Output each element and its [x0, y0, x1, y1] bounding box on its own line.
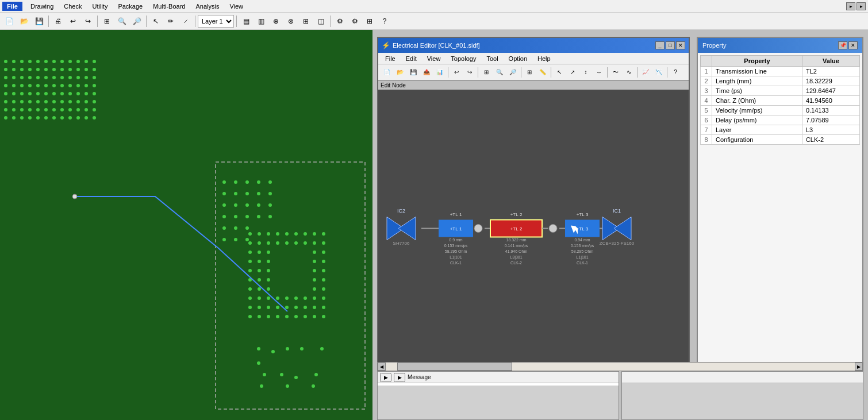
e-tb-zoom-out[interactable]: 🔎 — [506, 66, 519, 79]
prop-row-num: 3 — [701, 86, 712, 96]
prop-row-name: Layer — [712, 125, 802, 135]
tb-more2[interactable]: ▥ — [254, 14, 268, 28]
e-tb-chart[interactable]: 📊 — [433, 66, 446, 79]
app-logo: File — [2, 2, 22, 11]
scroll-thumb[interactable] — [397, 363, 512, 371]
e-tb-select1[interactable]: ↖ — [553, 66, 566, 79]
menu-multiboard[interactable]: Multi-Board — [148, 2, 190, 11]
elec-menu-tool[interactable]: Tool — [482, 54, 502, 63]
e-tb-plot[interactable]: 📈 — [639, 66, 652, 79]
e-tb-zoom-area[interactable]: ⊞ — [480, 66, 493, 79]
pcb-canvas[interactable] — [0, 30, 372, 420]
tb-save[interactable]: 💾 — [32, 14, 46, 28]
elec-menu-option[interactable]: Option — [504, 54, 532, 63]
tb-select[interactable]: ↖ — [149, 14, 163, 28]
tb-undo[interactable]: ↩ — [66, 14, 80, 28]
tb-more5[interactable]: ⊞ — [299, 14, 313, 28]
elec-minimize[interactable]: _ — [655, 41, 665, 49]
tb-help[interactable]: ? — [378, 14, 391, 28]
prop-row-value: CLK-2 — [802, 135, 859, 145]
scroll-track[interactable] — [386, 363, 855, 371]
e-tb-select4[interactable]: ↔ — [593, 66, 605, 79]
prop-row-value: 41.94560 — [802, 96, 859, 106]
elec-menu-edit[interactable]: Edit — [401, 54, 421, 63]
schematic-canvas[interactable] — [378, 90, 689, 367]
horizontal-scrollbar[interactable]: ◀ ▶ — [377, 362, 863, 371]
tb-config1[interactable]: ⚙ — [333, 14, 347, 28]
prop-row-value: 7.07589 — [802, 115, 859, 125]
menu-drawing[interactable]: Drawing — [26, 2, 58, 11]
e-tb-plot2[interactable]: 📉 — [652, 66, 665, 79]
e-tb-zoom-in[interactable]: 🔍 — [493, 66, 506, 79]
scroll-right[interactable]: ▶ — [855, 363, 863, 371]
e-tb-save[interactable]: 💾 — [407, 66, 420, 79]
prop-pin[interactable]: 📌 — [838, 41, 847, 49]
edit-mode-text: Edit Node — [381, 82, 406, 88]
tb-redo[interactable]: ↪ — [81, 14, 95, 28]
e-tb-ruler[interactable]: 📏 — [536, 66, 549, 79]
property-content: Property Value 1 Transmission Line TL2 2… — [698, 53, 862, 367]
e-tb-undo[interactable]: ↩ — [450, 66, 463, 79]
menu-utility[interactable]: Utility — [88, 2, 113, 11]
tb-more4[interactable]: ⊗ — [284, 14, 298, 28]
e-tb-new[interactable]: 📄 — [381, 66, 393, 79]
tb-wire[interactable]: ⟋ — [179, 14, 193, 28]
tb-print[interactable]: 🖨 — [51, 14, 65, 28]
prop-row-name: Char. Z (Ohm) — [712, 96, 802, 106]
tb-more6[interactable]: ◫ — [314, 14, 328, 28]
tb-zoom-in[interactable]: 🔍 — [115, 14, 129, 28]
e-tb-redo[interactable]: ↪ — [463, 66, 476, 79]
menu-view[interactable]: View — [225, 2, 248, 11]
bottom-right-panel — [621, 371, 863, 420]
elec-close[interactable]: ✕ — [676, 41, 685, 49]
tb-new[interactable]: 📄 — [2, 14, 16, 28]
prop-row-value: 129.64647 — [802, 86, 859, 96]
e-tb-wave[interactable]: 〜 — [609, 66, 622, 79]
prop-row-num: 1 — [701, 67, 712, 76]
property-row: 1 Transmission Line TL2 — [701, 67, 860, 76]
prop-col-property: Property — [712, 56, 802, 67]
app-nav-right[interactable]: ▸ — [857, 2, 866, 10]
tb-more3[interactable]: ⊕ — [269, 14, 283, 28]
elec-menu-help[interactable]: Help — [533, 54, 555, 63]
e-tb-wave2[interactable]: ∿ — [623, 66, 635, 79]
edit-mode-bar: Edit Node — [378, 80, 689, 90]
e-tb-help[interactable]: ? — [669, 66, 682, 79]
e-tb-grid[interactable]: ⊞ — [523, 66, 536, 79]
prop-row-name: Velocity (mm/ps) — [712, 106, 802, 115]
menu-check[interactable]: Check — [59, 2, 86, 11]
tb-draw[interactable]: ✏ — [164, 14, 178, 28]
tb-more1[interactable]: ▤ — [239, 14, 253, 28]
elec-maximize[interactable]: □ — [666, 41, 675, 49]
e-tb-open[interactable]: 📂 — [394, 66, 406, 79]
electrical-editor-window: ⚡ Electrical Editor [CLK_#01.sidf] _ □ ✕… — [377, 37, 690, 368]
e-tb-export[interactable]: 📤 — [420, 66, 433, 79]
elec-title-text: Electrical Editor [CLK_#01.sidf] — [393, 42, 480, 49]
prop-row-name: Configuration — [712, 135, 802, 145]
e-tb-select3[interactable]: ↕ — [579, 66, 592, 79]
bottom-right-toolbar — [622, 372, 863, 383]
e-tb-select2[interactable]: ↗ — [566, 66, 579, 79]
prop-row-num: 7 — [701, 125, 712, 135]
app-minimize[interactable]: ▸ — [846, 2, 855, 10]
prop-row-num: 6 — [701, 115, 712, 125]
scroll-left[interactable]: ◀ — [378, 363, 386, 371]
tb-config2[interactable]: ⚙ — [348, 14, 362, 28]
elec-menu-view[interactable]: View — [423, 54, 445, 63]
menu-analysis[interactable]: Analysis — [191, 2, 224, 11]
elec-menu-topology[interactable]: Topology — [446, 54, 481, 63]
prop-close[interactable]: ✕ — [848, 41, 858, 49]
elec-menu-file[interactable]: File — [381, 54, 400, 63]
tb-zoom-out[interactable]: 🔎 — [130, 14, 144, 28]
tb-zoom-fit[interactable]: ⊞ — [100, 14, 114, 28]
property-table: Property Value 1 Transmission Line TL2 2… — [700, 55, 860, 145]
menu-package[interactable]: Package — [113, 2, 147, 11]
tb-layer-select[interactable]: Layer 1 — [198, 15, 234, 28]
prop-row-num: 2 — [701, 76, 712, 86]
tb-open[interactable]: 📂 — [17, 14, 31, 28]
bottom-tab-1[interactable]: ▶ — [380, 373, 391, 382]
property-row: 2 Length (mm) 18.32229 — [701, 76, 860, 86]
tb-config3[interactable]: ⊞ — [363, 14, 377, 28]
main-toolbar: 📄 📂 💾 🖨 ↩ ↪ ⊞ 🔍 🔎 ↖ ✏ ⟋ Layer 1 ▤ ▥ ⊕ ⊗ … — [0, 13, 868, 30]
bottom-tab-2[interactable]: ▶ — [394, 373, 405, 382]
